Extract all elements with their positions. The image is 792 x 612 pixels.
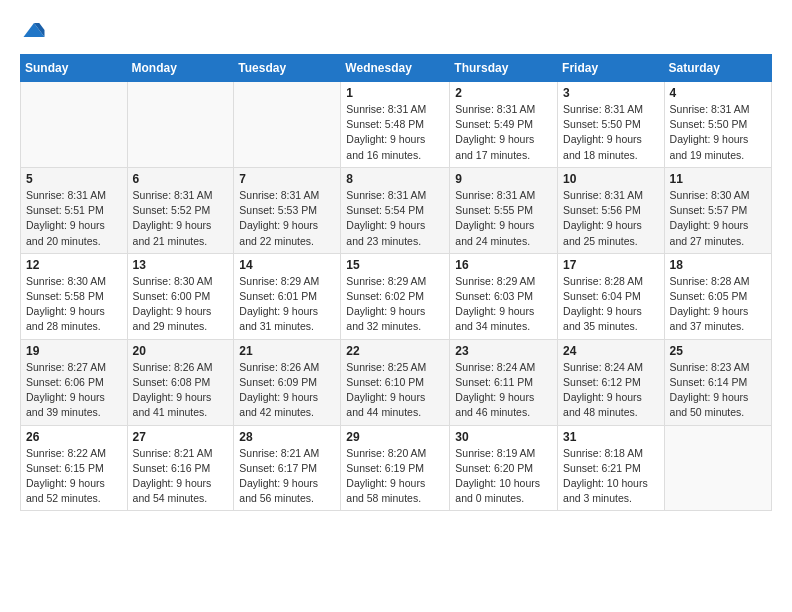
day-info: Sunrise: 8:27 AMSunset: 6:06 PMDaylight:… xyxy=(26,360,122,421)
calendar-cell: 19Sunrise: 8:27 AMSunset: 6:06 PMDayligh… xyxy=(21,339,128,425)
calendar-table: SundayMondayTuesdayWednesdayThursdayFrid… xyxy=(20,54,772,511)
day-info: Sunrise: 8:22 AMSunset: 6:15 PMDaylight:… xyxy=(26,446,122,507)
day-number: 27 xyxy=(133,430,229,444)
day-number: 11 xyxy=(670,172,766,186)
day-info: Sunrise: 8:30 AMSunset: 6:00 PMDaylight:… xyxy=(133,274,229,335)
day-info: Sunrise: 8:31 AMSunset: 5:49 PMDaylight:… xyxy=(455,102,552,163)
calendar-cell: 14Sunrise: 8:29 AMSunset: 6:01 PMDayligh… xyxy=(234,253,341,339)
day-number: 22 xyxy=(346,344,444,358)
calendar-cell: 11Sunrise: 8:30 AMSunset: 5:57 PMDayligh… xyxy=(664,167,771,253)
day-info: Sunrise: 8:25 AMSunset: 6:10 PMDaylight:… xyxy=(346,360,444,421)
day-info: Sunrise: 8:31 AMSunset: 5:53 PMDaylight:… xyxy=(239,188,335,249)
calendar-body: 1Sunrise: 8:31 AMSunset: 5:48 PMDaylight… xyxy=(21,82,772,511)
day-info: Sunrise: 8:26 AMSunset: 6:09 PMDaylight:… xyxy=(239,360,335,421)
day-info: Sunrise: 8:23 AMSunset: 6:14 PMDaylight:… xyxy=(670,360,766,421)
calendar-cell: 12Sunrise: 8:30 AMSunset: 5:58 PMDayligh… xyxy=(21,253,128,339)
day-info: Sunrise: 8:18 AMSunset: 6:21 PMDaylight:… xyxy=(563,446,659,507)
day-number: 21 xyxy=(239,344,335,358)
day-info: Sunrise: 8:24 AMSunset: 6:12 PMDaylight:… xyxy=(563,360,659,421)
calendar-header: SundayMondayTuesdayWednesdayThursdayFrid… xyxy=(21,55,772,82)
calendar-row-2: 12Sunrise: 8:30 AMSunset: 5:58 PMDayligh… xyxy=(21,253,772,339)
day-info: Sunrise: 8:31 AMSunset: 5:56 PMDaylight:… xyxy=(563,188,659,249)
day-number: 31 xyxy=(563,430,659,444)
calendar-cell xyxy=(234,82,341,168)
calendar-cell: 15Sunrise: 8:29 AMSunset: 6:02 PMDayligh… xyxy=(341,253,450,339)
logo xyxy=(20,16,52,44)
calendar-cell: 29Sunrise: 8:20 AMSunset: 6:19 PMDayligh… xyxy=(341,425,450,511)
day-info: Sunrise: 8:31 AMSunset: 5:50 PMDaylight:… xyxy=(563,102,659,163)
calendar-cell: 4Sunrise: 8:31 AMSunset: 5:50 PMDaylight… xyxy=(664,82,771,168)
calendar-row-0: 1Sunrise: 8:31 AMSunset: 5:48 PMDaylight… xyxy=(21,82,772,168)
day-info: Sunrise: 8:28 AMSunset: 6:05 PMDaylight:… xyxy=(670,274,766,335)
day-number: 16 xyxy=(455,258,552,272)
calendar-cell: 23Sunrise: 8:24 AMSunset: 6:11 PMDayligh… xyxy=(450,339,558,425)
day-number: 30 xyxy=(455,430,552,444)
calendar-cell: 13Sunrise: 8:30 AMSunset: 6:00 PMDayligh… xyxy=(127,253,234,339)
weekday-header-wednesday: Wednesday xyxy=(341,55,450,82)
calendar-cell xyxy=(127,82,234,168)
day-info: Sunrise: 8:21 AMSunset: 6:16 PMDaylight:… xyxy=(133,446,229,507)
day-number: 5 xyxy=(26,172,122,186)
calendar-row-1: 5Sunrise: 8:31 AMSunset: 5:51 PMDaylight… xyxy=(21,167,772,253)
calendar-cell: 3Sunrise: 8:31 AMSunset: 5:50 PMDaylight… xyxy=(558,82,665,168)
calendar-cell: 9Sunrise: 8:31 AMSunset: 5:55 PMDaylight… xyxy=(450,167,558,253)
day-number: 3 xyxy=(563,86,659,100)
day-number: 1 xyxy=(346,86,444,100)
calendar-cell: 1Sunrise: 8:31 AMSunset: 5:48 PMDaylight… xyxy=(341,82,450,168)
day-info: Sunrise: 8:31 AMSunset: 5:50 PMDaylight:… xyxy=(670,102,766,163)
calendar-cell: 16Sunrise: 8:29 AMSunset: 6:03 PMDayligh… xyxy=(450,253,558,339)
calendar-cell: 30Sunrise: 8:19 AMSunset: 6:20 PMDayligh… xyxy=(450,425,558,511)
day-info: Sunrise: 8:30 AMSunset: 5:58 PMDaylight:… xyxy=(26,274,122,335)
day-info: Sunrise: 8:31 AMSunset: 5:51 PMDaylight:… xyxy=(26,188,122,249)
day-info: Sunrise: 8:29 AMSunset: 6:01 PMDaylight:… xyxy=(239,274,335,335)
day-info: Sunrise: 8:31 AMSunset: 5:52 PMDaylight:… xyxy=(133,188,229,249)
calendar-cell: 26Sunrise: 8:22 AMSunset: 6:15 PMDayligh… xyxy=(21,425,128,511)
day-number: 25 xyxy=(670,344,766,358)
day-number: 29 xyxy=(346,430,444,444)
day-number: 13 xyxy=(133,258,229,272)
header xyxy=(20,16,772,44)
calendar-cell: 28Sunrise: 8:21 AMSunset: 6:17 PMDayligh… xyxy=(234,425,341,511)
calendar-row-3: 19Sunrise: 8:27 AMSunset: 6:06 PMDayligh… xyxy=(21,339,772,425)
calendar-cell: 24Sunrise: 8:24 AMSunset: 6:12 PMDayligh… xyxy=(558,339,665,425)
day-info: Sunrise: 8:19 AMSunset: 6:20 PMDaylight:… xyxy=(455,446,552,507)
weekday-header-sunday: Sunday xyxy=(21,55,128,82)
day-info: Sunrise: 8:31 AMSunset: 5:48 PMDaylight:… xyxy=(346,102,444,163)
day-info: Sunrise: 8:21 AMSunset: 6:17 PMDaylight:… xyxy=(239,446,335,507)
day-number: 20 xyxy=(133,344,229,358)
calendar-cell: 5Sunrise: 8:31 AMSunset: 5:51 PMDaylight… xyxy=(21,167,128,253)
calendar-cell: 6Sunrise: 8:31 AMSunset: 5:52 PMDaylight… xyxy=(127,167,234,253)
calendar-cell: 18Sunrise: 8:28 AMSunset: 6:05 PMDayligh… xyxy=(664,253,771,339)
weekday-header-saturday: Saturday xyxy=(664,55,771,82)
day-info: Sunrise: 8:31 AMSunset: 5:54 PMDaylight:… xyxy=(346,188,444,249)
calendar-row-4: 26Sunrise: 8:22 AMSunset: 6:15 PMDayligh… xyxy=(21,425,772,511)
day-info: Sunrise: 8:26 AMSunset: 6:08 PMDaylight:… xyxy=(133,360,229,421)
calendar-cell: 7Sunrise: 8:31 AMSunset: 5:53 PMDaylight… xyxy=(234,167,341,253)
calendar-cell: 22Sunrise: 8:25 AMSunset: 6:10 PMDayligh… xyxy=(341,339,450,425)
day-number: 7 xyxy=(239,172,335,186)
day-info: Sunrise: 8:31 AMSunset: 5:55 PMDaylight:… xyxy=(455,188,552,249)
calendar-cell: 20Sunrise: 8:26 AMSunset: 6:08 PMDayligh… xyxy=(127,339,234,425)
day-number: 17 xyxy=(563,258,659,272)
day-info: Sunrise: 8:24 AMSunset: 6:11 PMDaylight:… xyxy=(455,360,552,421)
day-number: 18 xyxy=(670,258,766,272)
day-number: 24 xyxy=(563,344,659,358)
weekday-header-tuesday: Tuesday xyxy=(234,55,341,82)
calendar-cell xyxy=(664,425,771,511)
logo-icon xyxy=(20,16,48,44)
day-info: Sunrise: 8:29 AMSunset: 6:03 PMDaylight:… xyxy=(455,274,552,335)
day-number: 6 xyxy=(133,172,229,186)
day-number: 10 xyxy=(563,172,659,186)
weekday-header-monday: Monday xyxy=(127,55,234,82)
weekday-header-row: SundayMondayTuesdayWednesdayThursdayFrid… xyxy=(21,55,772,82)
calendar-cell: 27Sunrise: 8:21 AMSunset: 6:16 PMDayligh… xyxy=(127,425,234,511)
calendar-cell: 10Sunrise: 8:31 AMSunset: 5:56 PMDayligh… xyxy=(558,167,665,253)
calendar-cell: 31Sunrise: 8:18 AMSunset: 6:21 PMDayligh… xyxy=(558,425,665,511)
day-number: 12 xyxy=(26,258,122,272)
day-number: 9 xyxy=(455,172,552,186)
calendar-cell xyxy=(21,82,128,168)
weekday-header-thursday: Thursday xyxy=(450,55,558,82)
day-number: 8 xyxy=(346,172,444,186)
calendar-cell: 17Sunrise: 8:28 AMSunset: 6:04 PMDayligh… xyxy=(558,253,665,339)
page: SundayMondayTuesdayWednesdayThursdayFrid… xyxy=(0,0,792,527)
